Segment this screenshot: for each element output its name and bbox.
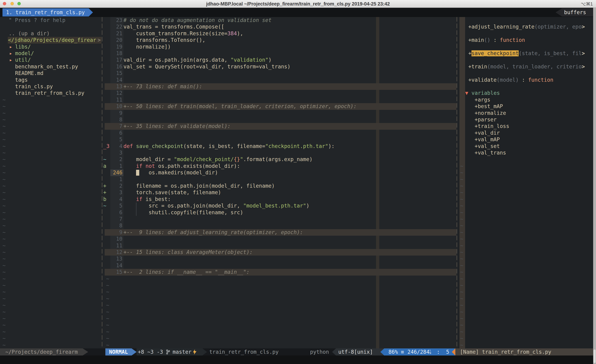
window-title: jdhao-MBP.local ~/Projects/deep_firearm/… [0,1,596,7]
statusline-filename: train_retr_from_cls.py [209,348,279,356]
statusline-mode-segment: NORMAL [105,348,137,356]
tagbar-tag[interactable]: +val_trans [0,150,596,156]
code-line[interactable]: 15 [0,70,596,77]
scrollbar-thumb[interactable] [594,349,596,363]
window-titlebar[interactable]: jdhao-MBP.local ~/Projects/deep_firearm/… [0,0,596,8]
code-line[interactable]: 21 custom_transform.Resize(size=384), [0,30,596,37]
code-line[interactable]: 19 normalize]) [0,44,596,50]
empty-line[interactable]: ~ [0,282,596,289]
lightning-icon [193,349,197,355]
buffers-label-segment: buffers [556,8,596,16]
empty-line[interactable]: ~ [0,255,596,262]
empty-line[interactable]: ~ [0,222,596,229]
linenumber-symbol: LN [430,349,433,354]
position-colon: : [437,348,440,356]
vim-tabline: 1. train_retr_from_cls.py buffers [0,8,596,17]
tagbar-tag[interactable]: +val_dir [0,130,596,136]
empty-line[interactable]: ~ [0,209,596,216]
scrollbar-track[interactable] [593,8,596,364]
empty-line[interactable]: ~ [0,189,596,196]
empty-line[interactable]: ~ [0,183,596,189]
empty-line[interactable]: ~ [0,249,596,255]
empty-line[interactable]: ~ [0,262,596,269]
empty-line[interactable]: ~ [0,328,596,335]
code-line[interactable]: 13+-- 73 lines: def main(): [0,83,596,90]
tagbar-kind-variables[interactable]: ▼variables [0,90,596,96]
git-branch-name: master [173,348,192,356]
empty-line[interactable]: ~ [0,315,596,322]
vim-cmdline [0,356,596,364]
empty-line[interactable]: ~ [0,176,596,183]
tagbar-tag[interactable]: +save_checkpoint(state, is_best, fil> [0,50,596,57]
lines-icon: ≡ [401,348,404,356]
empty-line[interactable]: ~ [0,196,596,203]
empty-line[interactable]: ~ [0,322,596,328]
statusline-position-segment: 86% ≡ 246/284 LN : 5 [380,348,455,356]
statusline-tagbar-segment: [Name] train_retr_from_cls.py [455,348,593,356]
empty-line[interactable]: ~ [0,203,596,209]
statusline-git-segment: +8 ~3 -3 master [137,348,207,356]
tagbar-tag[interactable]: +args [0,97,596,103]
tagbar-tag[interactable]: +best_mAP [0,103,596,110]
empty-line[interactable]: ~ [0,242,596,249]
code-line[interactable]: 2~ model_dir = "model/check_point/{}".fo… [0,156,596,163]
tagbar-tag[interactable]: +validate(model) : function [0,77,596,83]
git-hunks: +8 ~3 -3 [138,348,163,356]
statusline-cwd-segment: ~/Projects/deep_firearm [0,348,88,356]
tagbar-tag[interactable]: +train_loss [0,123,596,130]
tagbar-tag[interactable]: +val_mAP [0,136,596,143]
code-line[interactable]: 17val_dir = os.path.join(args.data, "val… [0,57,596,63]
tagbar-tag[interactable]: +val_set [0,143,596,150]
statusline: ~/Projects/deep_firearm NORMAL +8 ~3 -3 … [0,348,596,356]
code-line[interactable]: 23# do not do data augmentation on valid… [0,17,596,24]
statusline-encoding-segment: utf-8[unix] [332,348,384,356]
empty-line[interactable]: ~ [0,229,596,236]
tagbar-tag[interactable]: +main() : function [0,37,596,44]
empty-line[interactable]: ~ [0,302,596,309]
empty-line[interactable]: ~ [0,163,596,169]
empty-line[interactable]: ~ [0,309,596,315]
empty-line[interactable]: ~ [0,295,596,302]
terminal-window: jdhao-MBP.local ~/Projects/deep_firearm/… [0,0,596,364]
empty-line[interactable]: ~ [0,289,596,295]
editor-content: " Press ? for help.. (up a dir)</jdhao/P… [0,17,596,348]
scroll-percent: 86% [388,348,398,356]
empty-line[interactable]: ~ [0,276,596,282]
tagbar-tag[interactable]: +train(model, train_loader, criterio> [0,63,596,70]
statusline-filetype: python [310,348,329,356]
empty-line[interactable]: ~ [0,169,596,176]
column-position: 5 [446,348,449,356]
empty-line[interactable]: ~ [0,342,596,348]
tagbar-tag[interactable]: +adjust_learning_rate(optimizer, epo> [0,24,596,30]
tab-shortcut-hint: ⌥⌘1 [581,1,593,7]
git-branch-icon [166,349,170,355]
tab-train-retr-from-cls[interactable]: 1. train_retr_from_cls.py [2,8,96,16]
empty-line[interactable]: ~ [0,335,596,342]
empty-line[interactable]: ~ [0,269,596,275]
empty-line[interactable]: ~ [0,216,596,222]
tagbar-tag[interactable]: +parser [0,116,596,123]
empty-line[interactable]: ~ [0,236,596,242]
line-position: 246/284 [407,348,429,356]
tagbar-tag[interactable]: +normalize [0,110,596,116]
